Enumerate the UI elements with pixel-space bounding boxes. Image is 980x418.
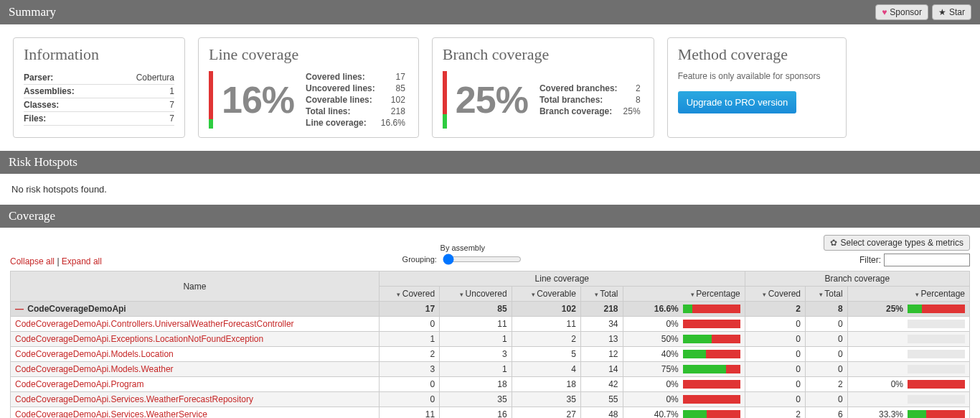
col-bpercentage[interactable]: Percentage [847, 287, 969, 302]
info-value: 1 [110, 85, 174, 98]
risk-body: No risk hotspots found. [0, 174, 980, 205]
class-row: CodeCoverageDemoApi.Services.WeatherServ… [11, 407, 970, 419]
summary-title: Summary [9, 5, 56, 19]
method-coverage-title: Method coverage [678, 45, 836, 64]
col-name[interactable]: Name [11, 271, 380, 302]
star-icon: ★ [938, 7, 946, 17]
class-row: CodeCoverageDemoApi.Models.Location23512… [11, 347, 970, 362]
coverage-bar-chart [683, 350, 740, 358]
summary-cards: Information Parser:CoberturaAssemblies:1… [0, 24, 980, 151]
info-label: Parser: [24, 71, 110, 85]
branch-coverage-big: 25% [456, 78, 528, 121]
coverage-title: Coverage [9, 209, 55, 223]
method-coverage-msg: Feature is only available for sponsors [678, 71, 836, 81]
class-link[interactable]: CodeCoverageDemoApi.Program [15, 379, 143, 389]
select-metrics-button[interactable]: ✿ Select coverage types & metrics [824, 235, 970, 251]
class-link[interactable]: CodeCoverageDemoApi.Controllers.Universa… [15, 319, 294, 329]
assembly-row[interactable]: CodeCoverageDemoApi178510221816.6%2825% [11, 302, 970, 317]
filter-input[interactable] [884, 254, 970, 266]
class-row: CodeCoverageDemoApi.Exceptions.LocationN… [11, 332, 970, 347]
coverage-bar-chart [683, 335, 740, 343]
coverage-bar-chart [908, 410, 965, 418]
gear-icon: ✿ [830, 238, 837, 248]
risk-title: Risk Hotspots [9, 155, 77, 169]
coverage-bar-empty [908, 365, 965, 373]
info-label: Assemblies: [24, 85, 110, 98]
class-link[interactable]: CodeCoverageDemoApi.Models.Location [15, 349, 174, 359]
info-value: 7 [110, 112, 174, 126]
coverage-bar-empty [908, 335, 965, 343]
grouping-control: By assembly Grouping: [402, 243, 523, 266]
information-card: Information Parser:CoberturaAssemblies:1… [13, 37, 185, 138]
coverage-bar-chart [683, 365, 740, 373]
line-coverage-big: 16% [222, 78, 294, 121]
select-metrics-label: Select coverage types & metrics [841, 238, 963, 248]
expand-links: Collapse all | Expand all [10, 256, 102, 266]
info-label: Files: [24, 112, 110, 126]
col-percentage[interactable]: Percentage [623, 287, 745, 302]
line-coverage-card: Line coverage 16% Covered lines:17Uncove… [198, 37, 419, 138]
class-link[interactable]: CodeCoverageDemoApi.Services.WeatherServ… [15, 409, 207, 418]
heart-icon: ♥ [882, 7, 887, 17]
class-row: CodeCoverageDemoApi.Models.Weather314147… [11, 362, 970, 377]
upgrade-button[interactable]: Upgrade to PRO version [678, 91, 797, 113]
information-table: Parser:CoberturaAssemblies:1Classes:7Fil… [24, 71, 174, 126]
star-label: Star [949, 7, 965, 17]
coverage-bar-chart [908, 305, 965, 313]
grouping-slider[interactable] [443, 254, 522, 265]
class-link[interactable]: CodeCoverageDemoApi.Services.WeatherFore… [15, 394, 253, 404]
class-row: CodeCoverageDemoApi.Program01818420%020% [11, 377, 970, 392]
group-branch: Branch coverage [745, 271, 969, 287]
assembly-name[interactable]: CodeCoverageDemoApi [11, 302, 380, 317]
col-bcovered[interactable]: Covered [745, 287, 805, 302]
info-value: 7 [110, 98, 174, 112]
coverage-bar-empty [908, 350, 965, 358]
information-title: Information [24, 45, 174, 64]
col-total[interactable]: Total [580, 287, 623, 302]
branch-coverage-title: Branch coverage [443, 45, 644, 64]
coverage-bar-chart [683, 380, 740, 389]
expand-all-link[interactable]: Expand all [62, 256, 102, 266]
line-coverage-title: Line coverage [209, 45, 408, 64]
sponsor-button[interactable]: ♥ Sponsor [875, 4, 928, 20]
coverage-bar-chart [908, 380, 965, 389]
coverage-bar-chart [683, 410, 740, 418]
filter-label: Filter: [859, 255, 881, 265]
col-coverable[interactable]: Coverable [512, 287, 580, 302]
info-label: Classes: [24, 98, 110, 112]
risk-hotspots-bar: Risk Hotspots [0, 151, 980, 174]
coverage-bar-empty [908, 395, 965, 404]
branch-coverage-card: Branch coverage 25% Covered branches:2To… [432, 37, 654, 138]
group-line: Line coverage [379, 271, 745, 287]
line-coverage-strip [209, 71, 213, 129]
star-button[interactable]: ★ Star [932, 4, 971, 20]
class-link[interactable]: CodeCoverageDemoApi.Exceptions.LocationN… [15, 334, 263, 344]
sponsor-label: Sponsor [890, 7, 922, 17]
col-btotal[interactable]: Total [806, 287, 848, 302]
coverage-bar-empty [908, 320, 965, 328]
col-uncovered[interactable]: Uncovered [440, 287, 512, 302]
class-row: CodeCoverageDemoApi.Controllers.Universa… [11, 317, 970, 332]
class-link[interactable]: CodeCoverageDemoApi.Models.Weather [15, 364, 174, 374]
coverage-bar-chart [683, 320, 740, 328]
grouping-label: Grouping: [402, 255, 437, 264]
branch-coverage-details: Covered branches:2Total branches:8Branch… [537, 83, 644, 117]
line-coverage-details: Covered lines:17Uncovered lines:85Covera… [303, 71, 408, 129]
coverage-toolbar: Collapse all | Expand all By assembly Gr… [0, 228, 980, 271]
collapse-all-link[interactable]: Collapse all [10, 256, 55, 266]
class-row: CodeCoverageDemoApi.Services.WeatherFore… [11, 392, 970, 407]
grouping-hint: By assembly [440, 243, 485, 252]
summary-bar: Summary ♥ Sponsor ★ Star [0, 0, 980, 24]
branch-coverage-strip [443, 71, 447, 129]
coverage-table: Name Line coverage Branch coverage Cover… [10, 271, 970, 418]
info-value: Cobertura [110, 71, 174, 85]
coverage-bar: Coverage [0, 205, 980, 228]
coverage-bar-chart [683, 395, 740, 404]
coverage-bar-chart [683, 305, 740, 313]
method-coverage-card: Method coverage Feature is only availabl… [667, 37, 847, 138]
col-covered[interactable]: Covered [379, 287, 439, 302]
